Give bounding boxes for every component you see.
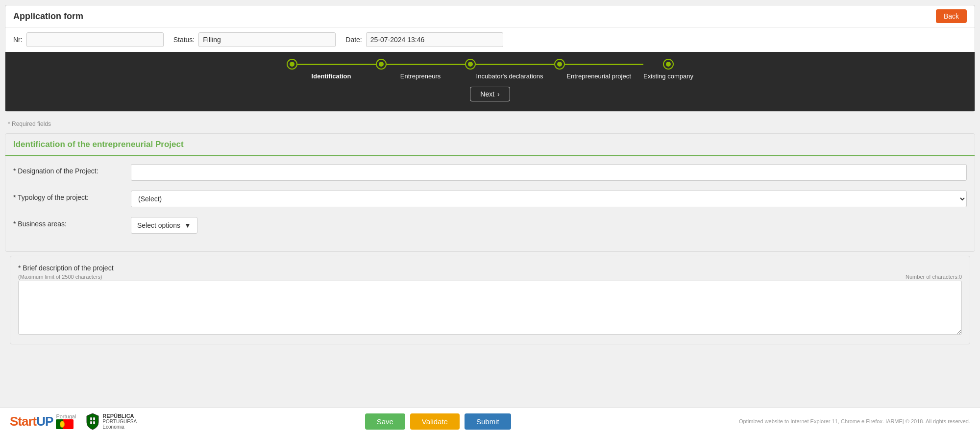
nr-input[interactable]: [26, 32, 164, 47]
step-nav: Identification Entrepreneurs: [5, 52, 975, 111]
rep-sub1: PORTUGUESA: [102, 419, 137, 424]
status-label: Status:: [173, 36, 195, 44]
date-group: Date:: [345, 32, 503, 47]
step-label-existing-company: Existing company: [643, 72, 693, 80]
shield-icon: [86, 412, 99, 430]
validate-button[interactable]: Validate: [410, 413, 460, 430]
next-label: Next: [480, 90, 494, 98]
startup-portugal-label: Portugal: [56, 413, 76, 419]
step-line-2: [387, 64, 465, 65]
step-circle-inner-1: [290, 62, 294, 67]
startup-text: StartUP: [10, 414, 53, 429]
step-label-incubators: Incubator's declarations: [476, 72, 543, 80]
typology-row: * Typology of the project: (Select) Opti…: [13, 191, 967, 207]
step-circle-inner-4: [557, 62, 562, 67]
app-title: Application form: [13, 11, 83, 22]
dropdown-arrow-icon: ▼: [184, 221, 191, 229]
step-circle-1: [287, 59, 297, 70]
svg-rect-1: [93, 417, 95, 420]
form-body: * Designation of the Project: * Typology…: [5, 156, 975, 251]
meta-row: Nr: Status: Date:: [5, 27, 975, 52]
rep-sub2: Economia: [102, 424, 124, 430]
footer-actions: Save Validate Submit: [365, 413, 511, 430]
step-label-entrepreneurial: Entrepreneurial project: [566, 72, 631, 80]
step-entrepreneurial-project[interactable]: Entrepreneurial project: [554, 59, 643, 80]
required-note: * Required fields: [0, 117, 980, 129]
business-areas-select-options-button[interactable]: Select options ▼: [131, 217, 197, 234]
brief-desc-charcount: Number of characters:0: [906, 274, 962, 280]
step-identification[interactable]: Identification: [287, 59, 376, 80]
rep-title: REPÚBLICA: [102, 413, 134, 419]
brief-desc-card: * Brief description of the project (Maxi…: [10, 256, 970, 344]
brief-desc-form-body: * Brief description of the project (Maxi…: [10, 256, 970, 344]
steps-row: Identification Entrepreneurs: [20, 59, 960, 80]
nr-group: Nr:: [13, 32, 164, 47]
svg-rect-3: [93, 421, 95, 424]
brief-desc-label: * Brief description of the project: [18, 264, 962, 272]
flag-emblem: [60, 421, 65, 428]
brief-desc-textarea[interactable]: [18, 281, 962, 335]
step-line-3: [476, 64, 554, 65]
designation-row: * Designation of the Project:: [13, 164, 967, 181]
designation-label: * Designation of the Project:: [13, 164, 131, 175]
step-circle-inner-5: [666, 62, 671, 67]
status-group: Status:: [173, 32, 336, 47]
rep-portuguesa-logo: REPÚBLICA PORTUGUESA Economia: [86, 412, 137, 430]
section-title: Identification of the entrepreneurial Pr…: [5, 134, 975, 156]
brief-desc-section: * Brief description of the project (Maxi…: [5, 256, 975, 344]
svg-rect-0: [90, 417, 92, 420]
submit-button[interactable]: Submit: [465, 413, 511, 430]
footer-copyright: Optimized website to Internet Explorer 1…: [739, 418, 970, 424]
rep-portuguesa-text: REPÚBLICA PORTUGUESA Economia: [102, 413, 137, 430]
save-button[interactable]: Save: [365, 413, 405, 430]
step-circle-inner-2: [379, 62, 384, 67]
typology-select[interactable]: (Select) Option 1 Option 2 Option 3: [131, 191, 967, 207]
step-entrepreneurs[interactable]: Entrepreneurs: [376, 59, 465, 80]
next-button[interactable]: Next ›: [470, 87, 510, 101]
step-incubators-declarations[interactable]: Incubator's declarations: [465, 59, 554, 80]
portugal-flag-icon: [56, 419, 74, 429]
footer-logos: StartUP Portugal REPÚBLICA PORTUGUESA Ec…: [10, 412, 137, 430]
step-existing-company[interactable]: Existing company: [643, 59, 693, 80]
nr-label: Nr:: [13, 36, 23, 44]
date-label: Date:: [345, 36, 362, 44]
date-input: [366, 32, 503, 47]
step-line-4: [565, 64, 643, 65]
status-input: [198, 32, 336, 47]
business-areas-row: * Business areas: Select options ▼: [13, 217, 967, 234]
typology-label: * Typology of the project:: [13, 191, 131, 201]
startup-logo: StartUP Portugal: [10, 413, 76, 429]
designation-input[interactable]: [131, 164, 967, 181]
back-button[interactable]: Back: [936, 9, 967, 23]
startup-portugal-group: Portugal: [56, 413, 76, 429]
brief-desc-sublabel: (Maximum limit of 2500 characters): [18, 274, 102, 280]
step-circle-inner-3: [468, 62, 473, 67]
step-circle-5: [663, 59, 674, 70]
header-bar: Application form Back: [5, 5, 975, 27]
step-line-1: [297, 64, 376, 65]
step-label-identification: Identification: [312, 72, 351, 80]
next-row: Next ›: [20, 87, 960, 101]
section-card: Identification of the entrepreneurial Pr…: [5, 133, 975, 252]
business-areas-label: * Business areas:: [13, 217, 131, 228]
next-chevron-icon: ›: [497, 90, 500, 98]
step-circle-3: [465, 59, 476, 70]
step-circle-4: [554, 59, 565, 70]
select-options-label: Select options: [137, 221, 180, 229]
bottom-footer: StartUP Portugal REPÚBLICA PORTUGUESA Ec…: [0, 407, 980, 435]
main-card: Application form Back Nr: Status: Date:: [5, 5, 975, 112]
step-label-entrepreneurs: Entrepreneurs: [400, 72, 441, 80]
svg-rect-2: [90, 421, 92, 424]
step-circle-2: [376, 59, 387, 70]
